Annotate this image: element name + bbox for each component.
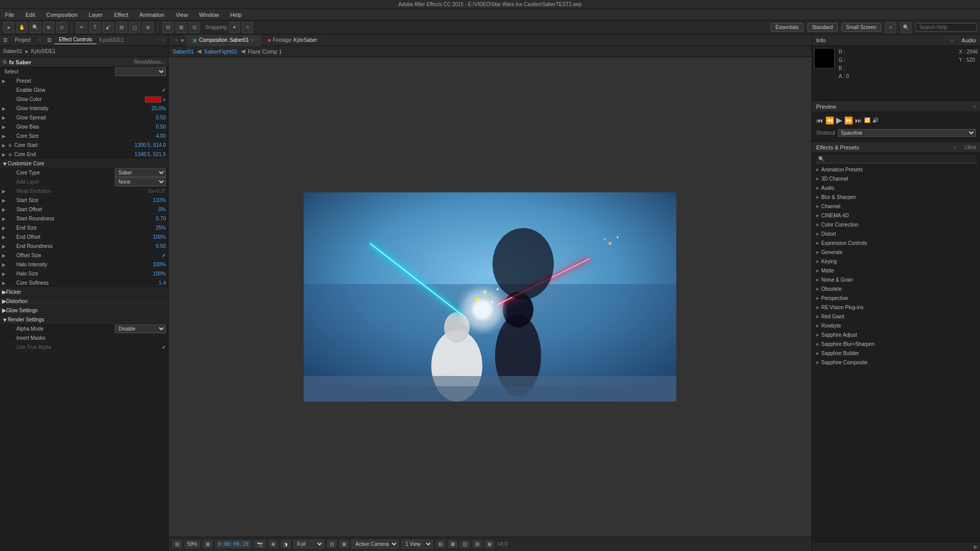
halo-intensity-row[interactable]: ▶ Halo Intensity 100% [0, 260, 168, 269]
category-red-giant[interactable]: ▶ Red Giant [812, 312, 980, 321]
category-perspective[interactable]: ▶ Perspective [812, 294, 980, 303]
render-settings-section[interactable]: ▼ Render Settings [0, 315, 168, 324]
category-blur-sharpen[interactable]: ▶ Blur & Sharpen [812, 193, 980, 202]
category-cinema4d[interactable]: ▶ CINEMA 4D [812, 211, 980, 220]
glow-intensity-row[interactable]: ▶ Glow Intensity 25.0% [0, 104, 168, 113]
glow-bias-row[interactable]: ▶ Glow Bias 0.50 [0, 122, 168, 132]
tab-footage-kylosaber[interactable]: ■ Footage KyloSaber [261, 35, 324, 46]
tab-effect-controls[interactable]: Effect Controls [55, 36, 96, 44]
flicker-section[interactable]: ▶ Flicker [0, 288, 168, 297]
tool-hand[interactable]: ✋ [16, 22, 28, 33]
tab-close[interactable]: ✕ [175, 38, 179, 43]
viewer-region-interest[interactable]: ⊡ [327, 540, 336, 548]
tool-text[interactable]: T [89, 22, 101, 33]
tool-align3[interactable]: ⊡ [189, 22, 200, 33]
viewer-resolution-select[interactable]: Full Half Quarter [293, 540, 324, 548]
end-offset-row[interactable]: ▶ End Offset 100% [0, 233, 168, 242]
tool-align1[interactable]: ⊟ [162, 22, 174, 33]
preview-skip-back[interactable]: ⏮ [816, 116, 823, 124]
viewer-exposure[interactable]: ⊞ [485, 540, 494, 548]
menu-animation[interactable]: Animation [137, 11, 166, 19]
menu-composition[interactable]: Composition [44, 11, 80, 19]
tool-snap2[interactable]: ✧ [242, 22, 253, 33]
effects-search-input[interactable] [815, 155, 977, 163]
offset-size-row[interactable]: ▶ Offset Size ✓ [0, 251, 168, 260]
preset-toggle[interactable]: ▶ [2, 79, 8, 84]
start-size-row[interactable]: ▶ Start Size 110% [0, 196, 168, 205]
enable-glow-row[interactable]: Enable Glow ✓ [0, 86, 168, 95]
category-distort[interactable]: ▶ Distort [812, 230, 980, 239]
category-noise-grain[interactable]: ▶ Noise & Grain [812, 276, 980, 285]
reset-button[interactable]: Reset [134, 59, 147, 65]
select-dropdown[interactable] [115, 67, 166, 76]
info-menu[interactable]: ≡ [951, 38, 953, 43]
core-size-row[interactable]: ▶ Core Size 4.00 [0, 132, 168, 141]
library-tab[interactable]: Libra [965, 144, 976, 150]
menu-help[interactable]: Help [228, 11, 244, 19]
tool-zoom[interactable]: 🔍 [30, 22, 41, 33]
tool-snap1[interactable]: ✦ [229, 22, 240, 33]
viewer-fast-preview[interactable]: ⊡ [460, 540, 470, 548]
viewer-options[interactable]: ⊟ [436, 540, 445, 548]
viewer-frame-back[interactable]: ⊟ [173, 540, 182, 548]
composition-viewer[interactable] [168, 57, 812, 537]
preview-play[interactable]: ▶ [836, 115, 842, 125]
viewer-output[interactable]: ⊠ [448, 540, 457, 548]
add-layer-row[interactable]: Add Layer None [0, 178, 168, 187]
core-softness-row[interactable]: ▶ Core Softness 1.4 [0, 279, 168, 288]
category-channel[interactable]: ▶ Channel [812, 202, 980, 211]
alpha-mode-dropdown[interactable]: Disable [115, 324, 166, 333]
category-sapphire-composite[interactable]: ▶ Sapphire Composite [812, 358, 980, 367]
category-color-correction[interactable]: ▶ Color Correction [812, 220, 980, 230]
end-size-row[interactable]: ▶ End Size 25% [0, 223, 168, 233]
tab-project[interactable]: Project [11, 36, 35, 44]
search-help-input[interactable] [916, 23, 977, 32]
preview-step-forward[interactable]: ⏩ [844, 116, 853, 124]
tool-roto[interactable]: ⊗ [142, 22, 154, 33]
core-end-row[interactable]: ▶ ⊕ Core End 1348.5, 521.5 [0, 150, 168, 159]
category-obsolete[interactable]: ▶ Obsolete [812, 285, 980, 294]
menu-layer[interactable]: Layer [87, 11, 105, 19]
preview-step-back[interactable]: ⏪ [825, 116, 834, 124]
viewer-grid[interactable]: ⊞ [339, 540, 349, 548]
start-roundness-row[interactable]: ▶ Start Roundness 0.70 [0, 214, 168, 223]
category-sapphire-adjust[interactable]: ▶ Sapphire Adjust [812, 331, 980, 340]
viewer-frame-next[interactable]: ⊞ [203, 540, 212, 548]
viewer-timeline-ctrl[interactable]: ⊟ [473, 540, 482, 548]
category-sapphire-builder[interactable]: ▶ Sapphire Builder [812, 349, 980, 358]
viewer-snap[interactable]: ⊗ [268, 540, 278, 548]
viewer-zoom[interactable]: 59% [185, 540, 200, 548]
about-button[interactable]: About... [148, 59, 165, 65]
core-start-row[interactable]: ▶ ⊕ Core Start 1300.5, 514.0 [0, 141, 168, 150]
category-expression-controls[interactable]: ▶ Expression Controls [812, 239, 980, 248]
core-type-dropdown[interactable]: Saber [115, 168, 166, 177]
add-layer-dropdown[interactable]: None [115, 178, 166, 186]
workspace-expand[interactable]: » [885, 22, 896, 33]
menu-file[interactable]: File [3, 11, 16, 19]
category-3d-channel[interactable]: ▶ 3D Channel [812, 174, 980, 184]
viewer-views-select[interactable]: 1 View 2 Views [402, 540, 433, 548]
tool-camera[interactable]: ⊕ [43, 22, 54, 33]
customize-core-section[interactable]: ▼ Customize Core [0, 159, 168, 168]
breadcrumb-saberfight01[interactable]: SaberFight01 [204, 48, 238, 55]
glow-settings-section[interactable]: ▶ Glow Settings [0, 306, 168, 315]
category-audio[interactable]: ▶ Audio [812, 184, 980, 193]
breadcrumb-saber01[interactable]: Saber01 [173, 48, 194, 55]
end-roundness-row[interactable]: ▶ End Roundness 0.50 [0, 242, 168, 251]
core-type-row[interactable]: Core Type Saber [0, 168, 168, 178]
glow-color-row[interactable]: Glow Color ▸ [0, 95, 168, 104]
search-icon[interactable]: 🔍 [900, 22, 912, 33]
tool-pen[interactable]: ✏ [76, 22, 87, 33]
tool-orbit[interactable]: ⊙ [56, 22, 67, 33]
viewer-color-mgmt[interactable]: ◑ [281, 540, 290, 548]
breadcrumb-flare[interactable]: Flare Comp 1 [248, 48, 282, 55]
tool-select[interactable]: ▸ [3, 22, 14, 33]
shortcut-select[interactable]: Spacebar [838, 129, 976, 137]
comp-tab-close[interactable]: ✕ [251, 38, 255, 43]
effects-menu[interactable]: ≡ [953, 145, 956, 150]
menu-view[interactable]: View [174, 11, 190, 19]
category-revision-plugins[interactable]: ▶ RE:Vision Plug-ins [812, 303, 980, 312]
tool-clone[interactable]: ⊞ [116, 22, 127, 33]
tool-align2[interactable]: ⊠ [176, 22, 187, 33]
right-panel-expand[interactable]: ▶ [812, 542, 980, 551]
